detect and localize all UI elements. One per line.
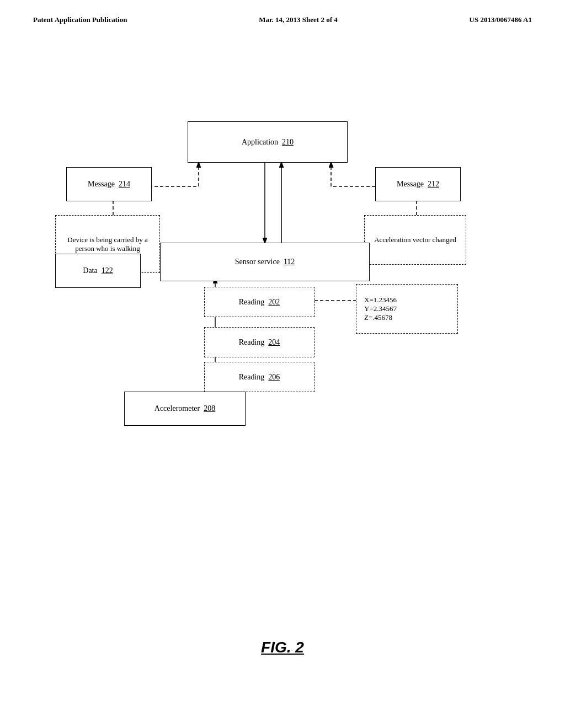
reading202-label: Reading bbox=[239, 298, 265, 306]
reading202-box: Reading 202 bbox=[204, 287, 315, 317]
reading204-label: Reading bbox=[239, 338, 265, 346]
xyz-z: Z=.45678 bbox=[364, 313, 392, 322]
message214-box: Message 214 bbox=[66, 167, 152, 201]
sensor-service-label: Sensor service bbox=[235, 258, 280, 266]
reading206-label: Reading bbox=[239, 373, 265, 381]
header-right: US 2013/0067486 A1 bbox=[470, 15, 532, 24]
reading206-number: 206 bbox=[268, 373, 280, 381]
acceleration-vector-box: Acceleration vector changed bbox=[364, 215, 466, 265]
header-middle: Mar. 14, 2013 Sheet 2 of 4 bbox=[259, 15, 338, 24]
message212-label: Message bbox=[397, 180, 424, 188]
data122-box: Data 122 bbox=[55, 254, 141, 288]
application-label: Application bbox=[242, 138, 278, 146]
reading204-box: Reading 204 bbox=[204, 327, 315, 357]
application-number: 210 bbox=[282, 138, 294, 146]
application-box: Application 210 bbox=[188, 121, 348, 163]
sensor-service-box: Sensor service 112 bbox=[160, 243, 370, 281]
acceleration-vector-label: Acceleration vector changed bbox=[372, 233, 459, 247]
page-header: Patent Application Publication Mar. 14, … bbox=[0, 0, 565, 24]
reading204-number: 204 bbox=[268, 338, 280, 346]
reading206-box: Reading 206 bbox=[204, 362, 315, 392]
accelerometer-label: Accelerometer bbox=[154, 404, 200, 413]
data122-label: Data bbox=[83, 266, 97, 275]
message212-box: Message 212 bbox=[375, 167, 461, 201]
data122-number: 122 bbox=[102, 266, 113, 275]
diagram-area: Application 210 Message 214 Message 212 … bbox=[0, 61, 565, 728]
message214-label: Message bbox=[88, 180, 115, 188]
device-walking-label: Device is being carried by a person who … bbox=[56, 233, 159, 255]
accelerometer-box: Accelerometer 208 bbox=[124, 392, 246, 426]
header-left: Patent Application Publication bbox=[33, 15, 127, 24]
message214-number: 214 bbox=[119, 180, 130, 188]
reading202-number: 202 bbox=[268, 298, 280, 306]
message212-number: 212 bbox=[428, 180, 439, 188]
accelerometer-number: 208 bbox=[204, 404, 215, 413]
sensor-service-number: 112 bbox=[284, 258, 295, 266]
xyz-y: Y=2.34567 bbox=[364, 304, 397, 313]
xyz-box: X=1.23456 Y=2.34567 Z=.45678 bbox=[356, 284, 458, 334]
figure-label: FIG. 2 bbox=[261, 639, 304, 656]
xyz-x: X=1.23456 bbox=[364, 296, 397, 304]
